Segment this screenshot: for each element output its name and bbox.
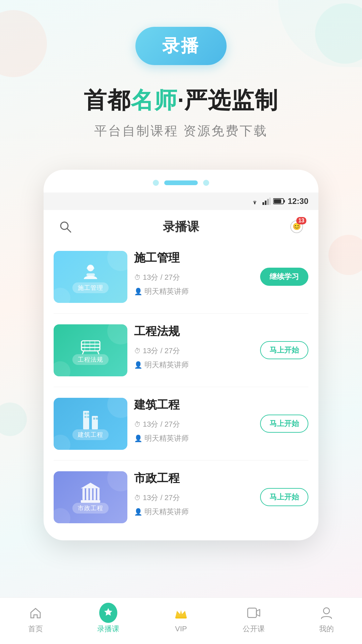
course-info-2: 工程法规 ⏱ 13分 / 27分 👤 明天精英讲师 — [134, 324, 253, 377]
course-action-2: 马上开始 — [260, 341, 308, 359]
course-item-2[interactable]: 工程法规 工程法规 ⏱ 13分 / 27分 👤 明天精英讲师 — [54, 320, 308, 380]
course-teacher-3: 👤 明天精英讲师 — [134, 433, 253, 443]
nav-profile[interactable]: 我的 — [317, 604, 336, 634]
clock-icon-4: ⏱ — [134, 494, 141, 502]
dot-1 — [153, 180, 159, 186]
course-duration-4: ⏱ 13分 / 27分 — [134, 493, 253, 503]
thumb-deco — [54, 435, 70, 450]
search-icon — [59, 220, 72, 233]
search-button[interactable] — [57, 218, 74, 235]
course-meta-row-3: ⏱ 13分 / 27分 👤 明天精英讲师 — [134, 419, 253, 445]
wifi-icon — [250, 198, 260, 205]
thumb-deco — [54, 508, 70, 523]
course-teacher-1: 👤 明天精英讲师 — [134, 286, 253, 297]
course-name-1: 施工管理 — [134, 250, 253, 266]
nav-home-label: 首页 — [28, 624, 43, 634]
svg-rect-25 — [87, 413, 89, 415]
svg-rect-34 — [94, 488, 96, 500]
dot-2 — [203, 180, 209, 186]
course-thumbnail-4: 市政工程 — [54, 471, 127, 523]
svg-line-21 — [98, 351, 99, 354]
dots-indicator — [44, 170, 318, 193]
svg-rect-4 — [269, 198, 270, 205]
course-info-4: 市政工程 ⏱ 13分 / 27分 👤 明天精英讲师 — [134, 471, 253, 524]
notification-button[interactable]: 😊 13 — [288, 218, 305, 235]
svg-rect-38 — [248, 608, 256, 618]
tagline: 首都名师·严选监制 — [0, 85, 362, 116]
start-button-3[interactable]: 马上开始 — [260, 415, 308, 433]
svg-rect-14 — [81, 341, 100, 351]
separator-2 — [54, 387, 308, 387]
signal-icon — [262, 198, 270, 205]
svg-rect-36 — [81, 500, 100, 503]
phone-mockup: 12:30 录播课 😊 13 — [44, 170, 318, 540]
app-content: 录播课 😊 13 — [44, 210, 318, 530]
nav-live-label: 公开课 — [243, 624, 265, 634]
course-thumb-label-3: 建筑工程 — [72, 429, 109, 440]
svg-rect-1 — [262, 202, 264, 205]
svg-rect-28 — [93, 418, 95, 420]
app-title: 录播课 — [163, 219, 199, 235]
svg-line-9 — [67, 228, 71, 232]
video-icon — [245, 604, 263, 622]
course-item-4[interactable]: 市政工程 市政工程 ⏱ 13分 / 27分 👤 明天精英讲师 — [54, 467, 308, 527]
separator-1 — [54, 313, 308, 314]
nav-recording[interactable]: 录播课 — [97, 604, 119, 634]
nav-home[interactable]: 首页 — [26, 604, 45, 634]
course-icon-2 — [80, 336, 102, 354]
thumb-deco — [107, 471, 127, 491]
course-duration-1: ⏱ 13分 / 27分 — [134, 272, 253, 282]
person-icon-3: 👤 — [134, 434, 142, 442]
person-icon-4: 👤 — [134, 508, 142, 516]
course-name-3: 建筑工程 — [134, 397, 253, 413]
svg-marker-30 — [81, 483, 100, 488]
svg-point-39 — [323, 608, 329, 614]
separator-3 — [54, 460, 308, 461]
home-icon — [26, 604, 45, 622]
nav-vip[interactable]: VIP — [172, 604, 190, 633]
thumb-deco — [107, 398, 127, 418]
clock-icon-1: ⏱ — [134, 274, 141, 281]
clock-icon-3: ⏱ — [134, 421, 141, 428]
continue-button-1[interactable]: 继续学习 — [260, 268, 308, 286]
course-item-3[interactable]: 建筑工程 建筑工程 ⏱ 13分 / 27分 👤 明天精英讲师 — [54, 394, 308, 453]
nav-live[interactable]: 公开课 — [243, 604, 265, 634]
status-bar: 12:30 — [44, 193, 318, 210]
course-info-1: 施工管理 ⏱ 13分 / 27分 👤 明天精英讲师 — [134, 250, 253, 303]
course-list: 施工管理 施工管理 ⏱ 13分 / 27分 👤 明天精英讲师 — [54, 244, 308, 530]
svg-rect-37 — [175, 617, 187, 619]
svg-rect-33 — [90, 488, 92, 500]
recording-badge[interactable]: 录播 — [135, 27, 227, 65]
bg-decoration-3 — [328, 235, 362, 275]
person-icon — [317, 604, 336, 622]
course-teacher-4: 👤 明天精英讲师 — [134, 507, 253, 517]
svg-rect-31 — [82, 488, 85, 500]
nav-recording-label: 录播课 — [97, 624, 119, 634]
course-thumb-label-1: 施工管理 — [72, 282, 109, 293]
course-icon-4 — [79, 481, 102, 503]
tagline-prefix: 首都 — [84, 87, 131, 113]
start-button-2[interactable]: 马上开始 — [260, 341, 308, 359]
svg-point-0 — [254, 203, 255, 204]
course-icon-3 — [80, 408, 101, 429]
course-item[interactable]: 施工管理 施工管理 ⏱ 13分 / 27分 👤 明天精英讲师 — [54, 247, 308, 307]
thumb-deco — [54, 288, 70, 303]
course-action-3: 马上开始 — [260, 415, 308, 433]
course-thumbnail-3: 建筑工程 — [54, 398, 127, 450]
nav-vip-label: VIP — [175, 625, 187, 633]
course-thumb-label-2: 工程法规 — [72, 354, 109, 365]
start-button-4[interactable]: 马上开始 — [260, 488, 308, 506]
svg-rect-3 — [267, 199, 269, 205]
notification-badge: 13 — [296, 217, 306, 224]
course-info-3: 建筑工程 ⏱ 13分 / 27分 👤 明天精英讲师 — [134, 397, 253, 450]
tagline-middle: · — [178, 87, 185, 113]
course-action-1: 继续学习 — [260, 268, 308, 286]
svg-rect-24 — [84, 413, 86, 415]
time-display: 12:30 — [288, 197, 308, 206]
course-meta-row-1: ⏱ 13分 / 27分 👤 明天精英讲师 — [134, 272, 253, 299]
course-icon-1 — [80, 261, 102, 282]
course-thumb-label-4: 市政工程 — [72, 503, 109, 514]
status-icons: 12:30 — [250, 197, 308, 206]
thumb-deco — [107, 251, 127, 271]
course-meta-row-2: ⏱ 13分 / 27分 👤 明天精英讲师 — [134, 346, 253, 372]
